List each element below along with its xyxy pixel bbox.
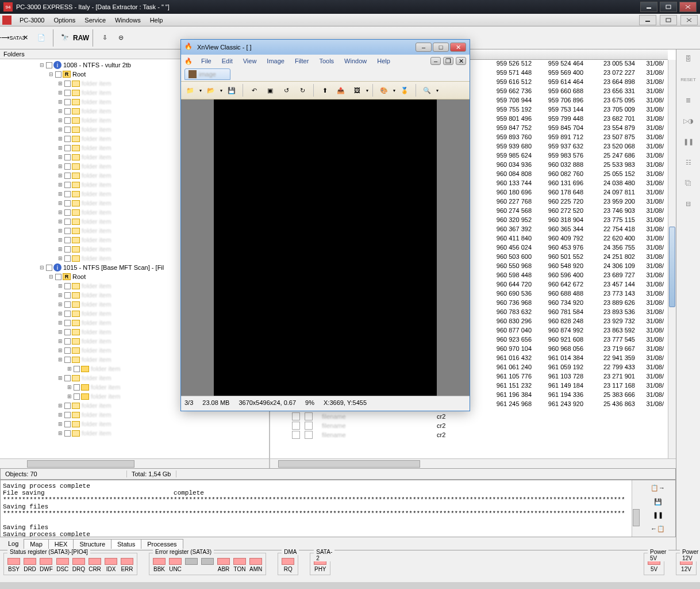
export-icon[interactable]: 📤 [334,83,348,97]
tab-log[interactable]: Log [2,539,24,548]
palette-icon[interactable]: 🎨 [377,83,391,97]
list-item[interactable]: filenamecr2 [278,421,477,430]
xnview-mdi-restore[interactable]: ❐ [443,57,453,65]
xnview-close-button[interactable]: ✕ [450,43,466,52]
tools-icon[interactable]: ✕ [18,31,32,45]
raw-button[interactable]: RAW [74,31,88,45]
mdi-minimize-button[interactable] [639,15,656,25]
crop-icon[interactable]: ▣ [263,83,277,97]
table-row[interactable]: 960 180 696960 178 64824 097 81131/08/ [484,189,668,198]
table-row[interactable]: 961 016 432961 014 38422 941 35931/08/ [484,354,668,364]
maximize-button[interactable] [660,2,677,12]
xnview-titlebar[interactable]: 🔥 XnView Classic - [ ] – □ ✕ [181,40,470,55]
table-row[interactable]: 960 034 936960 032 88825 533 98331/08/ [484,161,668,170]
xnview-tab[interactable]: image [184,68,230,80]
table-row[interactable]: 961 196 384961 194 33625 383 66631/08/ [484,391,668,400]
rotate-left-icon[interactable]: ↺ [279,83,293,97]
up-icon[interactable]: ⬆ [318,83,332,97]
load-icon[interactable]: ←📋 [651,525,665,533]
tab-structure[interactable]: Structure [73,539,111,549]
xnview-mdi-close[interactable]: ✕ [456,57,466,65]
sata-port-button[interactable]: SATA3 [2,31,16,45]
mdi-close-button[interactable] [680,15,698,25]
xnview-menu-view[interactable]: View [239,56,261,66]
table-row[interactable]: 960 644 720960 642 67223 457 14431/08/ [484,281,668,290]
pause-icon[interactable]: ❚❚ [653,511,663,519]
table-row[interactable]: 960 690 536960 688 48823 773 14331/08/ [484,290,668,299]
copy-icon[interactable]: ⿻ [680,176,697,190]
tree-row[interactable]: ⊞folder item [0,419,269,429]
filter-icon[interactable]: ⇩ [98,31,111,45]
save-icon[interactable]: 💾 [654,498,662,506]
close-button[interactable] [679,2,697,12]
xnview-menu-edit[interactable]: Edit [218,56,237,66]
hdd-icon[interactable]: ⊟ [680,197,697,211]
xnview-menu-file[interactable]: File [197,56,216,66]
grid-hscrollbar[interactable] [270,458,676,468]
list-item[interactable]: filenamecr2 [278,430,477,439]
ribbon-icon[interactable]: 🏅 [398,83,411,97]
xnview-menu-tools[interactable]: Tools [315,56,338,66]
mdi-restore-button[interactable] [660,15,677,25]
table-row[interactable]: 960 274 568960 272 52023 746 90331/08/ [484,207,668,216]
table-row[interactable]: 959 985 624959 983 57625 247 68631/08/ [484,152,668,161]
table-row[interactable]: 959 616 512959 614 46423 664 89831/08/ [484,78,668,87]
rotate-right-icon[interactable]: ↻ [295,83,309,97]
zoom-icon[interactable]: 🔍 [420,83,434,97]
undo-icon[interactable]: ↶ [247,83,261,97]
tab-status[interactable]: Status [111,539,141,549]
xnview-menu-help[interactable]: Help [373,56,394,66]
table-row[interactable]: 959 571 448959 569 40023 072 22731/08/ [484,69,668,78]
grid-vscrollbar[interactable] [668,60,676,458]
table-row[interactable]: 960 084 808960 082 76025 055 15231/08/ [484,170,668,179]
table-row[interactable]: 961 105 776961 103 72823 271 90131/08/ [484,373,668,382]
network-icon[interactable]: ☷ [680,155,697,169]
db-icon[interactable]: 🗄 [680,52,697,66]
tree-hscrollbar[interactable] [0,458,269,468]
xnview-minimize-button[interactable]: – [416,43,432,52]
table-row[interactable]: 959 847 752959 845 70423 554 87931/08/ [484,124,668,133]
tree-row[interactable]: ⊞folder item [0,429,269,438]
table-row[interactable]: 960 598 448960 596 40023 689 72731/08/ [484,271,668,281]
browse-icon[interactable]: 📁 [183,83,197,97]
minimize-button[interactable] [640,2,657,12]
save-icon[interactable]: 💾 [225,83,239,97]
table-row[interactable]: 960 503 600960 501 55224 251 80231/08/ [484,253,668,262]
menu-windows[interactable]: Windows [110,16,145,25]
table-row[interactable]: 961 245 968961 243 92025 436 86331/08/ [484,400,668,410]
table-row[interactable]: 959 893 760959 891 71223 507 87531/08/ [484,133,668,143]
xnview-window[interactable]: 🔥 XnView Classic - [ ] – □ ✕ 🔥 FileEditV… [180,39,470,411]
table-row[interactable]: 959 708 944959 706 89623 675 09531/08/ [484,97,668,106]
table-row[interactable]: 959 526 512959 524 46423 005 53431/08/ [484,60,668,69]
table-row[interactable]: 960 830 296960 828 24823 929 73231/08/ [484,318,668,327]
table-row[interactable]: 959 801 496959 799 44823 682 70131/08/ [484,115,668,124]
table-row[interactable]: 960 411 840960 409 79222 620 40031/08/ [484,235,668,244]
table-row[interactable]: 960 783 632960 781 58423 893 53631/08/ [484,308,668,318]
table-row[interactable]: 960 456 024960 453 97624 356 75531/08/ [484,244,668,253]
export-icon[interactable]: 📋→ [651,484,665,492]
table-row[interactable]: 960 227 768960 225 72023 959 20031/08/ [484,198,668,207]
menu-service[interactable]: Service [80,16,110,25]
table-row[interactable]: 960 320 952960 318 90423 775 11531/08/ [484,216,668,225]
open-icon[interactable]: 📂 [204,83,218,97]
table-row[interactable]: 961 061 240961 059 19222 799 43331/08/ [484,364,668,373]
table-row[interactable]: 960 736 968960 734 92023 889 62631/08/ [484,299,668,308]
list-item[interactable]: filenamecr2 [278,412,477,421]
disk-icon[interactable]: ⊝ [114,31,128,45]
pause-icon[interactable]: ❚❚ [680,135,697,148]
log-vscrollbar[interactable] [632,480,640,537]
table-row[interactable]: 959 939 680959 937 63223 520 06831/08/ [484,143,668,152]
table-row[interactable]: 960 877 040960 874 99223 863 59231/08/ [484,327,668,336]
table-row[interactable]: 960 367 392960 365 34422 754 41831/08/ [484,225,668,235]
columns-icon[interactable]: ≣ [680,93,697,107]
menu-options[interactable]: Options [49,16,80,25]
tab-hex[interactable]: HEX [48,539,74,549]
table-row[interactable]: 960 923 656960 921 60823 777 54531/08/ [484,336,668,345]
table-row[interactable]: 959 755 192959 753 14423 705 00931/08/ [484,106,668,115]
menu-pc-3000[interactable]: PC-3000 [15,16,49,25]
xnview-menu-window[interactable]: Window [340,56,371,66]
table-row[interactable]: 960 133 744960 131 69624 038 48031/08/ [484,179,668,189]
page-icon[interactable]: 📄 [34,31,48,45]
tab-processes[interactable]: Processes [141,539,183,549]
image-icon[interactable]: 🖼 [350,83,364,97]
